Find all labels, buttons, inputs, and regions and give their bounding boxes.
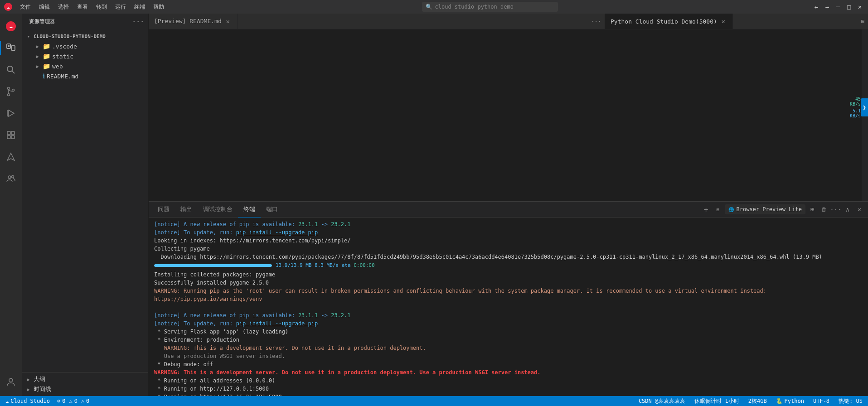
tab-python-demo[interactable]: Python Cloud Studio Demo(5000) ✕ [605, 14, 733, 29]
activity-search[interactable] [0, 59, 22, 81]
menu-view[interactable]: 查看 [73, 2, 92, 12]
search-text: cloud-studio-python-demo [435, 4, 514, 10]
terminal-close-btn[interactable]: ✕ [854, 204, 864, 214]
menu-file[interactable]: 文件 [16, 2, 34, 12]
activity-deploy[interactable] [0, 146, 22, 168]
memory-label: 2核4GB [748, 397, 767, 405]
browser-preview-label: Browser Preview Lite [737, 206, 802, 213]
tabs-bar-right: Python Cloud Studio Demo(5000) ✕ ⊞ [605, 14, 868, 29]
status-encoding[interactable]: UTF-8 [811, 396, 831, 406]
terminal-tab-problems[interactable]: 问题 [152, 202, 175, 218]
menu-terminal[interactable]: 终端 [131, 2, 149, 12]
terminal-tab-ports[interactable]: 端口 [261, 202, 283, 218]
terminal-tab-output[interactable]: 输出 [175, 202, 198, 218]
tree-root[interactable]: ▾ CLOUD-STUDIO-PYTHON-DEMO [22, 31, 148, 41]
activity-run[interactable] [0, 102, 22, 124]
browser-preview-tab[interactable]: 🌐 Browser Preview Lite [725, 204, 806, 214]
status-errors[interactable]: ⊗ 0 ⚠ 0 △ 0 [55, 396, 91, 406]
activity-bottom [0, 371, 22, 396]
tree-item-web[interactable]: ▶ 📁 web [22, 61, 148, 71]
folder-icon: 📁 [43, 43, 50, 50]
activity-explorer[interactable] [0, 37, 22, 59]
menu-run[interactable]: 运行 [112, 2, 130, 12]
tree-timeline[interactable]: ▶ 时间线 [22, 384, 148, 394]
split-icon[interactable]: ⊞ [861, 18, 864, 24]
terminal-delete-btn[interactable]: 🗑 [819, 204, 829, 214]
menu-edit[interactable]: 编辑 [35, 2, 53, 12]
svg-line-9 [12, 71, 15, 74]
svg-rect-4 [7, 44, 10, 48]
terminal-layout-btn[interactable]: ⊞ [807, 204, 817, 214]
progress-track [154, 264, 272, 267]
terminal-tab-terminal[interactable]: 终端 [238, 202, 261, 218]
app-logo: ☁ [4, 2, 13, 11]
encoding-label: UTF-8 [813, 398, 829, 404]
status-right: CSDN @袁袁袁袁袁 休眠倒计时 1小时 2核4GB 🐍 Python UTF… [637, 396, 864, 406]
terminal-content[interactable]: [notice] A new release of pip is availab… [149, 218, 868, 396]
svg-point-20 [12, 176, 14, 178]
terminal-split-btn[interactable]: ⊞ [713, 204, 723, 214]
tabs-more-left[interactable]: ··· [587, 14, 605, 29]
activity-bar: ☁ [0, 14, 22, 396]
terminal-new-btn[interactable]: + [701, 204, 711, 214]
tree-item-vscode[interactable]: ▶ 📁 .vscode [22, 41, 148, 51]
collapse-right-btn[interactable]: ❯ [861, 98, 868, 116]
terminal-line: * Running on all addresses (0.0.0.0) [154, 377, 275, 384]
status-user[interactable]: CSDN @袁袁袁袁袁 [637, 396, 687, 406]
tab-readme-preview[interactable]: [Preview] README.md ✕ [149, 14, 238, 29]
status-cloud-studio[interactable]: ☁ Cloud Studio [4, 396, 52, 406]
tab-close-readme[interactable]: ✕ [224, 18, 232, 25]
activity-team[interactable] [0, 168, 22, 189]
title-bar-right: ← → ─ □ ✕ [812, 2, 864, 11]
progress-bar-container: 13.9/13.9 MB 8.3 MB/s eta 0:00:00 [154, 262, 863, 270]
main-container: ☁ [0, 14, 868, 396]
search-bar[interactable]: 🔍 cloud-studio-python-demo [422, 2, 558, 12]
terminal-tab-debug[interactable]: 调试控制台 [198, 202, 238, 218]
tree-item-static[interactable]: ▶ 📁 static [22, 51, 148, 61]
sidebar-more-btn[interactable]: ··· [134, 17, 143, 26]
tree-item-readme[interactable]: ▶ ℹ README.md [22, 71, 148, 81]
python-icon: 🐍 [776, 398, 783, 404]
terminal-line: [notice] A new release of pip is availab… [154, 312, 351, 319]
info-count: 0 [86, 398, 89, 404]
tree-outline[interactable]: ▶ 大纲 [22, 374, 148, 384]
win-minimize[interactable]: ─ [834, 2, 843, 11]
win-close[interactable]: ✕ [855, 2, 864, 11]
terminal-line: * Environment: production [154, 337, 239, 343]
svg-text:☁: ☁ [9, 22, 13, 29]
status-sleep-timer[interactable]: 休眠倒计时 1小时 [693, 396, 741, 406]
tabs-more-right[interactable]: ⊞ [858, 14, 868, 29]
nav-back[interactable]: ← [812, 2, 821, 11]
status-python[interactable]: 🐍 Python [774, 396, 806, 406]
terminal-line: Use a production WSGI server instead. [154, 353, 285, 359]
nav-forward[interactable]: → [823, 2, 832, 11]
terminal-panel: 问题 输出 调试控制台 终端 端口 + ⊞ 🌐 [149, 201, 868, 396]
network-up: 45KB/s [850, 97, 861, 106]
tree-item-label: static [52, 53, 73, 60]
browser-preview-icon: 🌐 [728, 207, 734, 212]
win-maximize[interactable]: □ [844, 2, 853, 11]
terminal-maximize-btn[interactable]: ∧ [843, 204, 853, 214]
menu-goto[interactable]: 转到 [92, 2, 111, 12]
status-left: ☁ Cloud Studio ⊗ 0 ⚠ 0 △ 0 [4, 396, 91, 406]
network-label: 热链: US [839, 397, 863, 405]
menu-help[interactable]: 帮助 [150, 2, 168, 12]
status-network[interactable]: 热链: US [837, 396, 864, 406]
tree-item-label: README.md [47, 73, 78, 80]
terminal-line: Downloading https://mirrors.tencent.com/… [154, 254, 822, 260]
tree-item-label: web [52, 63, 63, 70]
tab-terminal-label: 终端 [243, 205, 255, 213]
editor-pane-right: Python Cloud Studio Demo(5000) ✕ ⊞ 45KB/… [605, 14, 868, 201]
tab-close-python[interactable]: ✕ [720, 18, 727, 25]
terminal-line: [notice] To update, run: pip install --u… [154, 229, 318, 236]
terminal-line: Looking in indexes: https://mirrors.tenc… [154, 237, 350, 244]
terminal-more-btn[interactable]: ··· [831, 204, 841, 214]
activity-account[interactable] [0, 371, 22, 392]
tab-ports-label: 端口 [266, 205, 278, 213]
status-memory[interactable]: 2核4GB [747, 396, 769, 406]
activity-extensions[interactable] [0, 124, 22, 146]
title-bar: ☁ 文件 编辑 选择 查看 转到 运行 终端 帮助 🔍 cloud-studio… [0, 0, 868, 14]
activity-source-control[interactable] [0, 81, 22, 102]
editor-split: [Preview] README.md ✕ ··· Python Cloud S… [149, 14, 868, 201]
menu-select[interactable]: 选择 [54, 2, 73, 12]
